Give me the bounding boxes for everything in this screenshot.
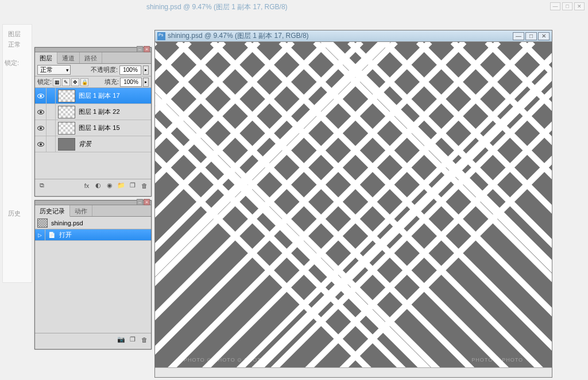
- ps-file-icon: [157, 32, 165, 40]
- tab-channels[interactable]: 通道: [57, 52, 80, 63]
- tab-actions[interactable]: 动作: [70, 205, 92, 216]
- opacity-input[interactable]: [119, 66, 141, 75]
- layer-thumbnail[interactable]: [58, 138, 75, 151]
- lock-all-icon[interactable]: 🔒: [80, 78, 88, 86]
- history-panel: – × 历史记录 动作 shining.psd ▷ 📄 打开 📷 ❐ 🗑: [34, 200, 152, 350]
- lock-label: 锁定:: [37, 78, 52, 86]
- layers-toolbar-2: 锁定: ▦ ✎ ✥ 🔒 填充: ▸: [35, 76, 151, 88]
- tab-history[interactable]: 历史记录: [35, 205, 70, 217]
- visibility-toggle[interactable]: [35, 136, 47, 152]
- layer-row[interactable]: 图层 1 副本 15: [35, 120, 151, 136]
- layers-panel-tabs: 图层 通道 路径: [35, 52, 151, 64]
- ghost-min-icon: —: [550, 2, 560, 10]
- layer-thumbnail[interactable]: [58, 90, 75, 102]
- layer-row[interactable]: 图层 1 副本 17: [35, 88, 151, 104]
- link-column[interactable]: [47, 136, 56, 152]
- history-doc-thumbnail: [37, 218, 48, 228]
- document-window: shining.psd @ 9.47% (图层 1 副本 17, RGB/8) …: [154, 30, 552, 378]
- delete-layer-icon[interactable]: 🗑: [140, 181, 149, 190]
- eye-icon: [37, 110, 44, 114]
- ghost-lock-label: 锁定:: [5, 59, 19, 67]
- history-marker[interactable]: ▷: [35, 229, 45, 240]
- ghost-normal-label: 正常: [8, 40, 21, 49]
- horizontal-scrollbar[interactable]: [155, 367, 552, 377]
- layer-name[interactable]: 图层 1 副本 22: [78, 108, 151, 116]
- lock-position-icon[interactable]: ✥: [71, 78, 79, 86]
- eye-icon: [37, 126, 44, 130]
- history-panel-footer: 📷 ❐ 🗑: [35, 333, 151, 346]
- ghost-max-icon: □: [562, 2, 572, 10]
- visibility-toggle[interactable]: [35, 120, 47, 136]
- lock-transparency-icon[interactable]: ▦: [53, 78, 61, 86]
- window-maximize-button[interactable]: □: [525, 32, 537, 40]
- history-document-row[interactable]: shining.psd: [35, 217, 151, 229]
- history-panel-tabs: 历史记录 动作: [35, 205, 151, 217]
- fx-icon[interactable]: fx: [82, 181, 91, 190]
- ghost-layers-label: 图层: [8, 30, 21, 39]
- layer-row[interactable]: 图层 1 副本 22: [35, 104, 151, 120]
- history-doc-name: shining.psd: [51, 220, 83, 227]
- visibility-toggle[interactable]: [35, 88, 47, 103]
- panel-minimize-button[interactable]: –: [137, 46, 143, 52]
- layer-row[interactable]: 背景: [35, 136, 151, 152]
- opacity-flyout-icon[interactable]: ▸: [143, 66, 149, 75]
- document-canvas[interactable]: PHOTO ⊙ PHOTO ⊙ PHOTO PHOTO ⊙ PHOTO: [155, 42, 552, 367]
- layer-list: 图层 1 副本 17 图层 1 副本 22 图层 1 副本 15 背景: [35, 88, 151, 179]
- layer-thumbnail[interactable]: [58, 106, 75, 118]
- layers-toolbar-1: 正常 不透明度: ▸: [35, 64, 151, 76]
- panel-grip[interactable]: – ×: [35, 48, 151, 52]
- layers-panel-footer: ⧉ fx ◐ ◉ 📁 ❐ 🗑: [35, 179, 151, 191]
- panel-close-button[interactable]: ×: [144, 46, 150, 52]
- canvas-pattern: [155, 42, 552, 367]
- link-column[interactable]: [47, 120, 56, 136]
- document-titlebar[interactable]: shining.psd @ 9.47% (图层 1 副本 17, RGB/8) …: [155, 30, 552, 42]
- visibility-toggle[interactable]: [35, 104, 47, 120]
- window-close-button[interactable]: ✕: [538, 32, 550, 40]
- link-column[interactable]: [47, 104, 56, 120]
- layers-panel: – × 图层 通道 路径 正常 不透明度: ▸ 锁定: ▦ ✎ ✥ 🔒 填充: …: [34, 47, 152, 197]
- history-step-name: 打开: [58, 231, 72, 239]
- eye-icon: [37, 94, 44, 98]
- panel-grip[interactable]: – ×: [35, 201, 151, 205]
- new-document-from-state-icon[interactable]: 📷: [117, 335, 126, 344]
- panel-close-button[interactable]: ×: [144, 199, 150, 205]
- lock-pixels-icon[interactable]: ✎: [62, 78, 70, 86]
- new-layer-icon[interactable]: ❐: [128, 181, 137, 190]
- layer-thumbnail[interactable]: [58, 122, 75, 135]
- layer-name[interactable]: 图层 1 副本 15: [78, 124, 151, 132]
- link-layers-icon[interactable]: ⧉: [37, 181, 47, 190]
- group-icon[interactable]: 📁: [117, 181, 126, 190]
- panel-minimize-button[interactable]: –: [137, 199, 143, 205]
- open-icon: 📄: [48, 231, 56, 239]
- opacity-label: 不透明度:: [91, 66, 118, 74]
- document-title: shining.psd @ 9.47% (图层 1 副本 17, RGB/8): [168, 31, 513, 41]
- layer-name[interactable]: 图层 1 副本 17: [78, 91, 151, 100]
- tab-paths[interactable]: 路径: [80, 52, 102, 63]
- layer-name[interactable]: 背景: [78, 140, 151, 148]
- tab-layers[interactable]: 图层: [35, 52, 57, 64]
- eye-icon: [37, 142, 44, 147]
- blend-mode-dropdown[interactable]: 正常: [37, 65, 71, 75]
- fill-input[interactable]: [120, 78, 142, 87]
- link-column[interactable]: [47, 88, 56, 103]
- new-snapshot-icon[interactable]: ❐: [128, 335, 137, 344]
- mask-icon[interactable]: ◐: [94, 181, 103, 190]
- adjustment-icon[interactable]: ◉: [105, 181, 114, 190]
- ghost-doc-title: shining.psd @ 9.47% (图层 1 副本 17, RGB/8): [146, 2, 288, 12]
- delete-state-icon[interactable]: 🗑: [140, 335, 149, 344]
- window-minimize-button[interactable]: —: [513, 32, 524, 40]
- fill-label: 填充:: [105, 78, 119, 86]
- history-list: ▷ 📄 打开: [35, 229, 151, 333]
- ghost-close-icon: ✕: [574, 2, 585, 10]
- fill-flyout-icon[interactable]: ▸: [143, 78, 149, 87]
- ghost-history-label: 历史: [8, 209, 21, 218]
- ghost-window-buttons: — □ ✕: [550, 2, 585, 10]
- history-row[interactable]: ▷ 📄 打开: [35, 229, 151, 241]
